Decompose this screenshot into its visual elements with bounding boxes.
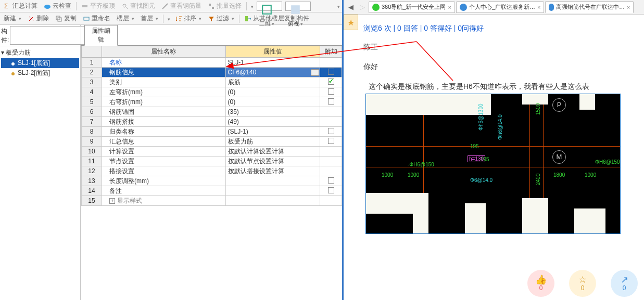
delete-button[interactable]: 删除 <box>26 14 50 23</box>
prop-row-10[interactable]: 10计算设置按默认计算设置计算 <box>82 147 342 156</box>
checkbox[interactable] <box>328 98 334 105</box>
cloudcheck-button[interactable]: 云检查 <box>42 1 73 11</box>
prop-row-15[interactable]: 15+显示样式 <box>82 196 342 206</box>
prop-row-4[interactable]: 4左弯折(mm)(0) <box>82 87 342 97</box>
copy-button[interactable]: 复制 <box>54 14 78 23</box>
right-browser-pane: ◀ ▷ 360导航_新一代安全上网×个人中心_广联达服务新…×高强钢筋代号在广联… <box>344 0 644 300</box>
prop-row-9[interactable]: 9汇总信息板受力筋 <box>82 137 342 147</box>
rename-button[interactable]: 重命名 <box>81 14 112 23</box>
cloud-icon <box>44 3 51 10</box>
svg-rect-9 <box>291 5 300 14</box>
property-grid: 属性名称 属性值 附加 1名称SLJ-12钢筋信息CF6@140…3类别底筋4左… <box>81 46 342 300</box>
svg-rect-14 <box>84 17 89 20</box>
checkbox[interactable] <box>328 88 334 95</box>
prop-row-13[interactable]: 13长度调整(mm) <box>82 176 342 186</box>
greeting: 你好 <box>363 62 638 72</box>
close-icon[interactable]: × <box>537 4 540 10</box>
prop-row-6[interactable]: 6钢筋锚固(35) <box>82 107 342 117</box>
checkbox[interactable] <box>328 138 334 144</box>
checkbox[interactable] <box>328 177 334 184</box>
svg-rect-2 <box>82 5 87 7</box>
svg-line-4 <box>125 7 128 9</box>
dim-1000b: 1000 <box>408 172 419 178</box>
frontview-combo[interactable]: 俯视 <box>285 2 311 11</box>
tree-root[interactable]: ▾ 板受力筋 <box>1 47 79 58</box>
sumcalc-button[interactable]: Σ汇总计算 <box>2 1 39 11</box>
delete-icon <box>28 15 35 22</box>
thumbsup-icon: 👍 <box>535 275 547 284</box>
property-tab[interactable]: 属性编辑 <box>84 25 118 46</box>
search-icon <box>121 3 129 10</box>
filter-button[interactable]: 过滤 <box>206 14 236 23</box>
like-button[interactable]: 👍0 <box>527 270 554 297</box>
rename-icon <box>83 15 90 22</box>
prop-row-3[interactable]: 3类别底筋 <box>82 77 342 87</box>
copyfrom-icon <box>244 15 251 22</box>
batch-icon <box>208 3 215 10</box>
expand-icon[interactable]: + <box>109 198 115 204</box>
flatplate-button[interactable]: 平齐板顶 <box>80 1 117 11</box>
svg-rect-8 <box>262 5 271 14</box>
checkbox[interactable] <box>328 128 334 134</box>
cad-drawing: 195 195 h=130 -ΦH6@150 ΦH6@150 Φh6@14.0 … <box>365 94 621 234</box>
checkbox[interactable] <box>328 69 334 75</box>
browser-tab-1[interactable]: 个人中心_广联达服务新…× <box>456 1 545 13</box>
component-sidebar: 构件: 🔍 ▾ 板受力筋 SLJ-1[底筋]SLJ-2[面筋] <box>0 25 81 300</box>
nav-back-button[interactable]: ◀ <box>346 2 356 12</box>
tree-item-0[interactable]: SLJ-1[底筋] <box>1 58 79 68</box>
col-index <box>82 46 102 58</box>
floor-button[interactable]: 楼层 <box>115 14 136 23</box>
checkbox[interactable] <box>328 187 334 193</box>
prop-row-11[interactable]: 11节点设置按默认节点设置计算 <box>82 156 342 166</box>
close-icon[interactable]: × <box>448 4 451 10</box>
prop-row-14[interactable]: 14备注 <box>82 186 342 196</box>
page-content: 浏览6 次 | 0 回答 | 0 答得好 | 0问得好 陈工 你好 这个确实是板… <box>344 15 644 240</box>
sort-button[interactable]: 排序 <box>173 14 203 23</box>
sort-icon <box>175 15 182 22</box>
filter-icon <box>208 15 215 22</box>
author-name: 陈工 <box>363 43 638 52</box>
gear-icon <box>10 61 16 66</box>
new-button[interactable]: 新建 <box>2 14 23 23</box>
favorite-button[interactable]: ☆0 <box>569 270 596 297</box>
svg-rect-6 <box>209 4 211 6</box>
overflow-dropdown[interactable] <box>336 3 340 10</box>
reaction-bar: 👍0 ☆0 ↗0 <box>527 270 638 297</box>
browser-tab-2[interactable]: 高强钢筋代号在广联达中…× <box>545 1 634 13</box>
bookmark-star-button[interactable]: ★ <box>344 15 358 30</box>
checkrebar-button[interactable]: 查看钢筋量 <box>160 1 203 11</box>
dim-1500: 1500 <box>535 103 541 115</box>
component-search-input[interactable] <box>10 26 92 45</box>
ellipsis-button[interactable]: … <box>311 69 319 76</box>
label-phi6-1300: Φh6@1300 <box>478 104 484 131</box>
favicon-icon <box>372 4 380 11</box>
property-panel: 属性编辑 属性名称 属性值 附加 1名称SLJ-12钢筋信息CF6@140…3类… <box>81 25 342 300</box>
findelem-button[interactable]: 查找图元 <box>120 1 157 11</box>
prop-row-2[interactable]: 2钢筋信息CF6@140… <box>82 68 342 77</box>
share-button[interactable]: ↗0 <box>611 270 638 297</box>
prop-row-12[interactable]: 12搭接设置按默认搭接设置计算 <box>82 166 342 176</box>
star-icon: ☆ <box>578 275 587 284</box>
firstfloor-button[interactable]: 首层 <box>139 14 160 23</box>
view2d-combo[interactable]: 二维 <box>257 2 282 11</box>
prop-row-1[interactable]: 1名称SLJ-1 <box>82 58 342 68</box>
tree-item-1[interactable]: SLJ-2[面筋] <box>1 68 79 78</box>
nav-fwd-button[interactable]: ▷ <box>357 2 368 12</box>
checkbox[interactable] <box>328 79 334 85</box>
browser-tab-0[interactable]: 360导航_新一代安全上网× <box>369 1 455 13</box>
close-icon[interactable]: × <box>627 4 630 10</box>
prop-row-8[interactable]: 8归类名称(SLJ-1) <box>82 127 342 137</box>
label-h6-150a: -ΦH6@150 <box>408 162 434 167</box>
bubble-p: P <box>552 98 566 112</box>
prop-row-5[interactable]: 5右弯折(mm)(0) <box>82 97 342 107</box>
bubble-m: M <box>552 150 566 164</box>
batchsel-button[interactable]: 批量选择 <box>206 1 243 11</box>
col-name: 属性名称 <box>102 46 225 58</box>
more2-dropdown[interactable] <box>167 15 170 22</box>
favicon-icon <box>460 4 467 11</box>
prop-row-7[interactable]: 7钢筋搭接(49) <box>82 117 342 127</box>
sigma-icon: Σ <box>4 3 11 10</box>
component-tree: ▾ 板受力筋 SLJ-1[底筋]SLJ-2[面筋] <box>0 46 80 79</box>
label-h6-150b: ΦH6@150 <box>595 159 620 165</box>
more-dropdown[interactable] <box>250 3 254 10</box>
